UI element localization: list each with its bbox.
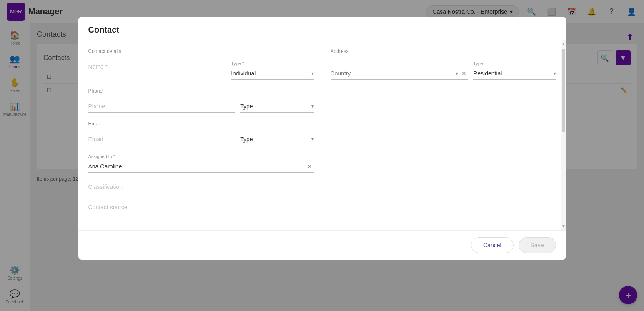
phone-group — [88, 100, 236, 113]
type-select-wrapper: Individual Company ▾ — [231, 68, 313, 80]
contact-modal: Contact ▲ ▼ Contact details — [78, 17, 566, 260]
email-type-select[interactable]: Type Personal Work Other — [240, 133, 313, 145]
name-type-row: Type * Individual Company ▾ — [88, 61, 314, 80]
phone-type-select[interactable]: Type Mobile Home Work — [240, 100, 313, 112]
modal-title: Contact — [88, 25, 119, 34]
phone-type-group: Type Mobile Home Work ▾ — [240, 100, 313, 113]
modal-inner: Contact details Type * Individual Compan… — [78, 40, 566, 230]
assigned-to-value: Ana Caroline — [88, 163, 122, 170]
assigned-to-row: Ana Caroline ✕ — [88, 161, 314, 173]
email-input[interactable] — [88, 133, 236, 145]
assigned-to-group: Assigned to * Ana Caroline ✕ — [88, 154, 314, 173]
classification-group — [88, 181, 314, 193]
phone-type-select-wrapper: Type Mobile Home Work ▾ — [240, 100, 313, 113]
email-type-select-wrapper: Type Personal Work Other ▾ — [240, 133, 313, 145]
name-input[interactable] — [88, 61, 226, 73]
cancel-button[interactable]: Cancel — [471, 237, 514, 253]
modal-body: ▲ ▼ Contact details Type * — [78, 40, 566, 230]
address-type-select-wrapper: Residential Commercial Other ▾ — [473, 68, 556, 80]
country-group: ▾ ✕ — [331, 68, 469, 80]
country-clear-button[interactable]: ✕ — [460, 70, 468, 77]
country-input[interactable] — [331, 68, 454, 79]
contact-details-section: Contact details Type * Individual Compan… — [88, 48, 314, 222]
address-type-select[interactable]: Residential Commercial Other — [473, 68, 556, 79]
address-type-label: Type — [473, 61, 556, 66]
scrollbar-thumb[interactable] — [562, 49, 565, 132]
modal-scrollbar[interactable]: ▲ ▼ — [561, 40, 566, 230]
assigned-to-label: Assigned to * — [88, 154, 314, 159]
modal-footer: Cancel Save — [78, 230, 566, 260]
type-group: Type * Individual Company ▾ — [231, 61, 313, 80]
classification-input[interactable] — [88, 181, 314, 193]
email-section-title: Email — [88, 121, 314, 127]
phone-input[interactable] — [88, 100, 236, 113]
address-section: Address ▾ ✕ Type — [331, 48, 556, 222]
email-row: Type Personal Work Other ▾ — [88, 133, 314, 145]
address-section-title: Address — [331, 48, 556, 54]
contact-source-group — [88, 201, 314, 213]
name-group — [88, 61, 226, 80]
scroll-down-arrow[interactable]: ▼ — [561, 222, 566, 230]
save-button[interactable]: Save — [519, 237, 556, 253]
modal-overlay: Contact ▲ ▼ Contact details — [0, 0, 644, 311]
type-label: Type * — [231, 61, 313, 66]
email-group — [88, 133, 236, 145]
assigned-to-clear-button[interactable]: ✕ — [306, 163, 314, 170]
email-type-group: Type Personal Work Other ▾ — [240, 133, 313, 145]
modal-header: Contact — [78, 17, 566, 40]
type-select[interactable]: Individual Company — [231, 68, 313, 79]
address-type-group: Type Residential Commercial Other ▾ — [473, 61, 556, 80]
phone-row: Type Mobile Home Work ▾ — [88, 100, 314, 113]
country-select-arrow: ▾ — [456, 70, 458, 76]
phone-section-title: Phone — [88, 88, 314, 94]
contact-details-title: Contact details — [88, 48, 314, 54]
country-type-row: ▾ ✕ Type Residential Commercial Other — [331, 61, 556, 80]
contact-source-input[interactable] — [88, 201, 314, 213]
scroll-up-arrow[interactable]: ▲ — [561, 40, 566, 48]
